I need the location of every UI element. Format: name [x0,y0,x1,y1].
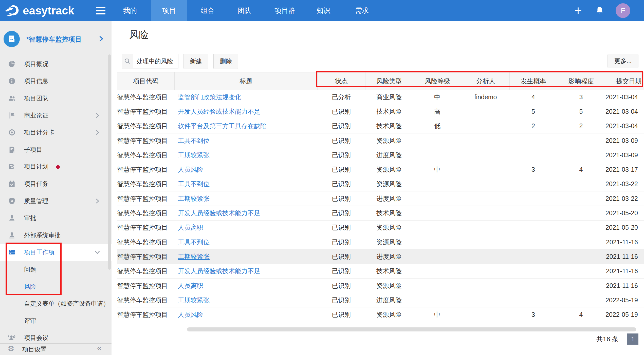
risk-title-link[interactable]: 开发人员经验或技术能力不足 [178,209,260,216]
table-row[interactable]: 智慧停车监控项目 工期较紧张 已识别 进度风险 2021-11-16 [117,249,644,264]
sidebar-item-质量管理[interactable]: 质量管理 [0,192,112,210]
topbar-nav-知识[interactable]: 知识 [305,0,342,21]
risk-title-link[interactable]: 人员风险 [178,311,203,318]
column-header-分析人[interactable]: 分析人 [462,72,509,90]
table-row[interactable]: 智慧停车监控项目 工期较紧张 已识别 进度风险 2021-03-09 [117,148,644,162]
risk-title-link[interactable]: 开发人员经验或技术能力不足 [178,267,260,274]
sidebar-item-项目计分卡[interactable]: 项目计分卡 [0,124,112,141]
page-number-1[interactable]: 1 [627,333,638,345]
table-row[interactable]: 智慧停车监控项目 开发人员经验或技术能力不足 已识别 技术风险 2021-05-… [117,206,644,220]
table-row[interactable]: 智慧停车监控项目 监管部门政策法规变化 已分析 商业风险 中 findemo 4… [117,90,644,104]
column-header-风险等级[interactable]: 风险等级 [413,72,462,90]
topbar: easytrack 我的 项目 组合 团队 项目群 知识 需求 + F [0,0,644,21]
table-row[interactable]: 智慧停车监控项目 开发人员经验或技术能力不足 已识别 技术风险 2021-11-… [117,264,644,279]
cell-submit-date: 2021-03-04 [605,93,644,101]
table-row[interactable]: 智慧停车监控项目 工具不到位 已识别 资源风险 2021-11-16 [117,235,644,249]
risk-title-link[interactable]: 工具不到位 [178,180,210,187]
column-header-项目代码[interactable]: 项目代码 [117,72,174,90]
topbar-nav-需求[interactable]: 需求 [344,0,380,21]
topbar-nav-团队[interactable]: 团队 [226,0,263,21]
cell-submit-date: 2021-03-17 [605,166,644,173]
nav-item-label: 项目 [162,6,176,15]
cell-title: 人员离职 [174,223,317,232]
table-row[interactable]: 智慧停车监控项目 工期较紧张 已识别 进度风险 2021-03-22 [117,191,644,206]
more-button[interactable]: 更多... [608,54,638,68]
notifications-bell-icon[interactable] [595,5,604,16]
sidebar-item-项目信息[interactable]: 项目信息 [0,73,112,90]
column-header-影响程度[interactable]: 影响程度 [557,72,605,90]
add-icon[interactable]: + [573,0,584,21]
chevron-right-icon[interactable] [94,112,100,119]
delete-button[interactable]: 删除 [213,54,238,69]
table-row[interactable]: 智慧停车监控项目 人员风险 已识别 资源风险 中 3 4 2022-05-19 [117,307,644,322]
sidebar-item-label: 项目工作项 [24,248,54,256]
table-row[interactable]: 智慧停车监控项目 开发人员经验或技术能力不足 已识别 技术风险 高 5 5 20… [117,104,644,119]
edit-icon [8,163,16,171]
column-header-风险类型[interactable]: 风险类型 [365,72,413,90]
risk-title-link[interactable]: 开发人员经验或技术能力不足 [178,108,260,115]
new-button[interactable]: 新建 [183,54,208,69]
cell-title: 开发人员经验或技术能力不足 [174,267,317,275]
table-row[interactable]: 智慧停车监控项目 工具不到位 已识别 资源风险 2021-03-09 [117,133,644,148]
column-header-标题[interactable]: 标题 [174,72,317,90]
sidebar-item-外部系统审批[interactable]: 外部系统审批 [0,227,112,244]
sidebar-item-项目任务[interactable]: 项目任务 [0,175,112,192]
people-icon [8,94,16,102]
table-row[interactable]: 智慧停车监控项目 工期较紧张 已识别 进度风险 2022-05-19 [117,293,644,307]
cell-risk-type: 进度风险 [365,151,413,159]
cell-risk-type: 进度风险 [365,252,413,261]
table-row[interactable]: 智慧停车监控项目 软件平台及第三方工具存在缺陷 已识别 技术风险 低 2 2 2… [117,119,644,133]
risk-title-link[interactable]: 工期较紧张 [178,297,210,304]
menu-icon[interactable] [96,6,106,16]
table-row[interactable]: 智慧停车监控项目 工具不到位 已识别 资源风险 2021-03-22 [117,177,644,191]
sidebar-item-项目概况[interactable]: 项目概况 [0,55,112,73]
sidebar-item-商业论证[interactable]: 商业论证 [0,107,112,124]
sidebar-item-项目工作项[interactable]: 项目工作项 [0,244,112,261]
user-avatar[interactable]: F [616,3,630,18]
cell-project-code: 智慧停车监控项目 [117,238,174,246]
risk-title-link[interactable]: 人员离职 [178,224,203,231]
topbar-nav-我的[interactable]: 我的 [112,0,148,21]
sidebar-item-项目团队[interactable]: 项目团队 [0,90,112,107]
table-row[interactable]: 智慧停车监控项目 人员离职 已识别 资源风险 2021-11-16 [117,279,644,293]
sidebar-scrollbar[interactable] [108,54,111,270]
topbar-nav-项目[interactable]: 项目 [151,0,187,21]
risk-title-link[interactable]: 软件平台及第三方工具存在缺陷 [178,122,267,129]
column-header-状态[interactable]: 状态 [317,72,365,90]
risk-title-link[interactable]: 监管部门政策法规变化 [178,93,241,101]
risk-title-link[interactable]: 工具不到位 [178,137,210,144]
table-row[interactable]: 智慧停车监控项目 人员离职 已识别 资源风险 2021-05-20 [117,221,644,235]
sidebar-item-自定义表单（如资产设备申请）[interactable]: 自定义表单（如资产设备申请） [0,295,112,312]
project-chevron-right-icon[interactable] [98,35,104,42]
sidebar-item-问题[interactable]: 问题 [0,261,112,278]
chevron-down-icon[interactable] [94,249,100,255]
risk-title-link[interactable]: 工期较紧张 [178,151,210,159]
sidebar-item-评审[interactable]: 评审 [0,312,112,329]
topbar-nav-项目群[interactable]: 项目群 [262,0,308,21]
project-switcher[interactable]: *智慧停车监控项目 [0,30,112,48]
chevron-right-icon[interactable] [94,129,100,135]
search-icon[interactable] [122,58,133,65]
sidebar-item-project-settings[interactable]: ⚙ 项目设置 « [0,343,112,355]
risk-title-link[interactable]: 工期较紧张 [178,195,210,202]
table-row[interactable]: 智慧停车监控项目 人员风险 已识别 资源风险 中 3 4 2021-03-17 [117,162,644,177]
collapse-sidebar-icon[interactable]: « [97,344,101,352]
sidebar-item-风险[interactable]: 风险 [0,278,112,295]
horizontal-scrollbar[interactable] [187,327,636,331]
column-header-发生概率[interactable]: 发生概率 [509,72,557,90]
brand-logo[interactable]: easytrack [5,0,74,21]
column-header-提交日期[interactable]: 提交日期 [605,72,644,90]
topbar-nav-组合[interactable]: 组合 [189,0,226,21]
risk-title-link[interactable]: 人员风险 [178,166,203,173]
chevron-right-icon[interactable] [94,198,100,204]
risk-title-link[interactable]: 人员离职 [178,282,203,289]
sidebar-item-子项目[interactable]: 子项目 [0,141,112,158]
cell-title: 软件平台及第三方工具存在缺陷 [174,122,317,130]
cell-risk-level: 低 [413,122,462,130]
risk-title-link[interactable]: 工具不到位 [178,239,210,246]
search-input[interactable]: 处理中的风险 [133,54,178,68]
cell-title: 工具不到位 [174,136,317,145]
sidebar-item-项目计划[interactable]: 项目计划 [0,158,112,175]
risk-title-link[interactable]: 工期较紧张 [178,253,210,260]
sidebar-item-审批[interactable]: 审批 [0,209,112,227]
